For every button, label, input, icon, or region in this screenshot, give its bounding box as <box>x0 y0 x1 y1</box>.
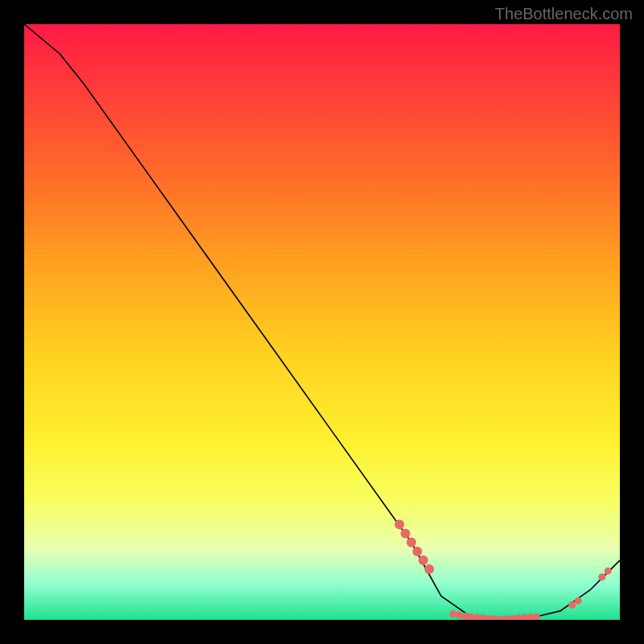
data-point <box>394 520 404 530</box>
data-point <box>533 613 540 620</box>
data-point <box>424 564 434 574</box>
data-point <box>456 612 463 619</box>
data-point <box>598 573 605 580</box>
data-point <box>568 601 576 609</box>
data-point <box>407 538 416 547</box>
data-point <box>419 555 428 565</box>
performance-curve <box>24 24 620 620</box>
data-point <box>401 529 411 539</box>
watermark-text: TheBottleneck.com <box>495 5 633 23</box>
data-point <box>412 547 422 556</box>
data-point <box>449 610 456 617</box>
curve-layer <box>24 24 620 620</box>
plot-area <box>24 24 620 620</box>
chart-frame: TheBottleneck.com <box>0 0 644 644</box>
data-points-cluster-c <box>568 568 611 609</box>
data-point <box>605 568 612 575</box>
data-point <box>575 597 582 605</box>
